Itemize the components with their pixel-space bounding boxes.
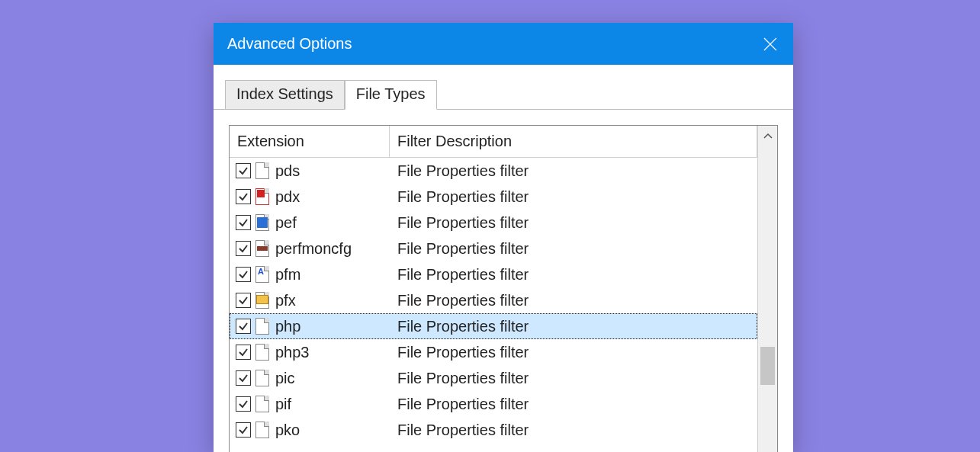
checkmark-icon xyxy=(238,243,249,254)
cell-description: File Properties filter xyxy=(390,396,757,413)
cell-extension: pko xyxy=(230,420,390,440)
checkmark-icon xyxy=(238,321,249,332)
tab-index-settings[interactable]: Index Settings xyxy=(225,80,345,110)
table-row[interactable]: pefFile Properties filter xyxy=(230,210,757,236)
extension-label: pic xyxy=(274,370,295,387)
extension-label: pdx xyxy=(274,188,300,206)
row-checkbox[interactable] xyxy=(236,396,251,412)
checkmark-icon xyxy=(238,191,249,202)
row-checkbox[interactable] xyxy=(236,267,251,282)
cell-extension: pdx xyxy=(230,187,390,207)
cell-description: File Properties filter xyxy=(390,318,757,335)
row-checkbox[interactable] xyxy=(236,370,251,386)
table-row[interactable]: pkoFile Properties filter xyxy=(230,417,757,443)
cell-extension: pif xyxy=(230,394,390,414)
vertical-scrollbar[interactable] xyxy=(757,126,777,452)
table-row[interactable]: perfmoncfgFile Properties filter xyxy=(230,236,757,261)
window-title: Advanced Options xyxy=(227,35,352,53)
row-checkbox[interactable] xyxy=(236,293,251,308)
cell-description: File Properties filter xyxy=(390,422,757,439)
table-row[interactable]: pdsFile Properties filter xyxy=(230,158,757,184)
file-type-icon xyxy=(254,420,271,440)
cell-description: File Properties filter xyxy=(390,214,757,232)
table-row[interactable]: pdxFile Properties filter xyxy=(230,184,757,210)
table-row[interactable]: pfxFile Properties filter xyxy=(230,287,757,313)
checkmark-icon xyxy=(238,347,249,357)
extension-label: pfm xyxy=(274,266,300,284)
column-header-extension[interactable]: Extension xyxy=(230,126,390,158)
scroll-thumb[interactable] xyxy=(760,347,775,385)
tab-file-types[interactable]: File Types xyxy=(345,80,437,110)
checkmark-icon xyxy=(238,217,249,228)
file-type-icon xyxy=(254,213,271,232)
row-checkbox[interactable] xyxy=(236,345,251,360)
extension-label: php xyxy=(274,318,300,335)
cell-description: File Properties filter xyxy=(390,292,757,309)
file-type-icon xyxy=(254,239,271,258)
file-type-icon xyxy=(254,161,271,181)
checkmark-icon xyxy=(238,373,249,383)
listview-body: pdsFile Properties filterpdxFile Propert… xyxy=(230,158,757,443)
close-icon xyxy=(763,37,777,51)
extension-label: pef xyxy=(274,214,297,232)
extension-label: perfmoncfg xyxy=(274,240,352,258)
cell-description: File Properties filter xyxy=(390,370,757,387)
checkmark-icon xyxy=(238,165,249,176)
scroll-up-button[interactable] xyxy=(758,126,777,146)
dialog-window: Advanced Options Index Settings File Typ… xyxy=(214,23,793,452)
extension-label: pds xyxy=(274,162,300,180)
table-row[interactable]: php3File Properties filter xyxy=(230,339,757,365)
cell-extension: pfx xyxy=(230,290,390,310)
column-header-description[interactable]: Filter Description xyxy=(390,126,757,158)
file-type-icon xyxy=(254,342,271,362)
cell-description: File Properties filter xyxy=(390,188,757,206)
file-type-icon xyxy=(254,316,271,336)
cell-extension: perfmoncfg xyxy=(230,239,390,258)
checkmark-icon xyxy=(238,425,249,435)
file-type-icon xyxy=(254,368,271,388)
file-type-icon xyxy=(254,264,271,284)
chevron-up-icon xyxy=(763,133,773,139)
tabstrip: Index Settings File Types xyxy=(214,65,793,110)
extension-label: php3 xyxy=(274,344,310,361)
cell-extension: php xyxy=(230,316,390,336)
cell-description: File Properties filter xyxy=(390,240,757,258)
cell-extension: php3 xyxy=(230,342,390,362)
file-type-icon xyxy=(254,394,271,414)
client-area: Index Settings File Types Extension Filt… xyxy=(214,65,793,452)
checkmark-icon xyxy=(238,399,249,409)
row-checkbox[interactable] xyxy=(236,319,251,334)
checkmark-icon xyxy=(238,295,249,306)
table-row[interactable]: picFile Properties filter xyxy=(230,365,757,391)
checkmark-icon xyxy=(238,269,249,280)
cell-extension: pfm xyxy=(230,264,390,284)
cell-description: File Properties filter xyxy=(390,162,757,180)
file-type-icon xyxy=(254,290,271,310)
table-row[interactable]: phpFile Properties filter xyxy=(230,313,757,339)
cell-description: File Properties filter xyxy=(390,266,757,284)
close-button[interactable] xyxy=(747,23,793,65)
cell-extension: pic xyxy=(230,368,390,388)
row-checkbox[interactable] xyxy=(236,163,251,178)
listview-content: Extension Filter Description pdsFile Pro… xyxy=(230,126,757,452)
extension-label: pif xyxy=(274,396,291,413)
cell-extension: pds xyxy=(230,161,390,181)
tab-panel: Extension Filter Description pdsFile Pro… xyxy=(214,110,793,452)
file-type-icon xyxy=(254,187,271,207)
extension-label: pko xyxy=(274,422,300,439)
listview-header: Extension Filter Description xyxy=(230,126,757,158)
extension-label: pfx xyxy=(274,292,296,309)
row-checkbox[interactable] xyxy=(236,189,251,204)
row-checkbox[interactable] xyxy=(236,215,251,230)
cell-description: File Properties filter xyxy=(390,344,757,361)
table-row[interactable]: pfmFile Properties filter xyxy=(230,261,757,287)
titlebar: Advanced Options xyxy=(214,23,793,65)
table-row[interactable]: pifFile Properties filter xyxy=(230,391,757,417)
row-checkbox[interactable] xyxy=(236,241,251,256)
file-types-listview: Extension Filter Description pdsFile Pro… xyxy=(229,125,778,452)
row-checkbox[interactable] xyxy=(236,422,251,438)
cell-extension: pef xyxy=(230,213,390,232)
